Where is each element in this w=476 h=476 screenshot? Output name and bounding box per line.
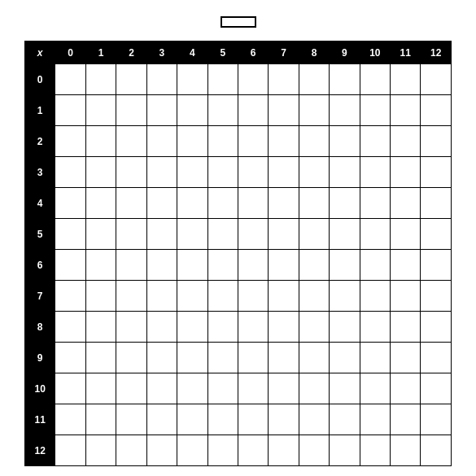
data-cell[interactable] xyxy=(146,126,177,157)
data-cell[interactable] xyxy=(55,343,85,373)
data-cell[interactable] xyxy=(421,95,452,126)
data-cell[interactable] xyxy=(330,404,360,435)
data-cell[interactable] xyxy=(421,250,452,281)
data-cell[interactable] xyxy=(116,281,146,312)
data-cell[interactable] xyxy=(238,126,268,157)
data-cell[interactable] xyxy=(330,435,360,466)
data-cell[interactable] xyxy=(207,404,238,435)
data-cell[interactable] xyxy=(207,64,238,95)
data-cell[interactable] xyxy=(269,404,299,435)
data-cell[interactable] xyxy=(360,312,390,343)
data-cell[interactable] xyxy=(146,157,177,188)
data-cell[interactable] xyxy=(421,64,452,95)
data-cell[interactable] xyxy=(146,404,177,435)
data-cell[interactable] xyxy=(177,64,207,95)
data-cell[interactable] xyxy=(299,281,329,312)
data-cell[interactable] xyxy=(55,95,85,126)
data-cell[interactable] xyxy=(146,250,177,281)
data-cell[interactable] xyxy=(146,281,177,312)
data-cell[interactable] xyxy=(299,404,329,435)
data-cell[interactable] xyxy=(146,312,177,343)
data-cell[interactable] xyxy=(146,95,177,126)
data-cell[interactable] xyxy=(421,219,452,250)
data-cell[interactable] xyxy=(330,281,360,312)
data-cell[interactable] xyxy=(85,343,116,373)
data-cell[interactable] xyxy=(207,95,238,126)
data-cell[interactable] xyxy=(391,95,421,126)
data-cell[interactable] xyxy=(299,188,329,219)
data-cell[interactable] xyxy=(177,404,207,435)
data-cell[interactable] xyxy=(238,250,268,281)
data-cell[interactable] xyxy=(116,404,146,435)
data-cell[interactable] xyxy=(85,312,116,343)
data-cell[interactable] xyxy=(207,281,238,312)
data-cell[interactable] xyxy=(391,373,421,404)
data-cell[interactable] xyxy=(207,373,238,404)
data-cell[interactable] xyxy=(330,95,360,126)
data-cell[interactable] xyxy=(421,157,452,188)
data-cell[interactable] xyxy=(360,219,390,250)
data-cell[interactable] xyxy=(421,404,452,435)
data-cell[interactable] xyxy=(55,64,85,95)
data-cell[interactable] xyxy=(330,343,360,373)
data-cell[interactable] xyxy=(116,312,146,343)
data-cell[interactable] xyxy=(207,343,238,373)
data-cell[interactable] xyxy=(238,64,268,95)
data-cell[interactable] xyxy=(330,188,360,219)
data-cell[interactable] xyxy=(238,95,268,126)
data-cell[interactable] xyxy=(146,219,177,250)
data-cell[interactable] xyxy=(360,126,390,157)
data-cell[interactable] xyxy=(360,281,390,312)
data-cell[interactable] xyxy=(177,373,207,404)
data-cell[interactable] xyxy=(299,95,329,126)
data-cell[interactable] xyxy=(391,64,421,95)
data-cell[interactable] xyxy=(146,373,177,404)
data-cell[interactable] xyxy=(330,312,360,343)
data-cell[interactable] xyxy=(55,188,85,219)
data-cell[interactable] xyxy=(55,157,85,188)
data-cell[interactable] xyxy=(85,404,116,435)
data-cell[interactable] xyxy=(177,219,207,250)
data-cell[interactable] xyxy=(330,219,360,250)
data-cell[interactable] xyxy=(330,64,360,95)
data-cell[interactable] xyxy=(391,126,421,157)
data-cell[interactable] xyxy=(238,281,268,312)
data-cell[interactable] xyxy=(421,312,452,343)
data-cell[interactable] xyxy=(391,157,421,188)
data-cell[interactable] xyxy=(421,281,452,312)
data-cell[interactable] xyxy=(116,188,146,219)
data-cell[interactable] xyxy=(238,343,268,373)
data-cell[interactable] xyxy=(299,250,329,281)
data-cell[interactable] xyxy=(85,157,116,188)
data-cell[interactable] xyxy=(269,250,299,281)
data-cell[interactable] xyxy=(85,188,116,219)
data-cell[interactable] xyxy=(330,126,360,157)
data-cell[interactable] xyxy=(177,95,207,126)
data-cell[interactable] xyxy=(299,219,329,250)
data-cell[interactable] xyxy=(269,126,299,157)
data-cell[interactable] xyxy=(391,250,421,281)
data-cell[interactable] xyxy=(269,157,299,188)
data-cell[interactable] xyxy=(177,188,207,219)
data-cell[interactable] xyxy=(238,312,268,343)
data-cell[interactable] xyxy=(360,188,390,219)
data-cell[interactable] xyxy=(421,435,452,466)
data-cell[interactable] xyxy=(330,157,360,188)
data-cell[interactable] xyxy=(177,312,207,343)
data-cell[interactable] xyxy=(116,435,146,466)
data-cell[interactable] xyxy=(299,435,329,466)
data-cell[interactable] xyxy=(207,250,238,281)
data-cell[interactable] xyxy=(360,157,390,188)
data-cell[interactable] xyxy=(330,250,360,281)
data-cell[interactable] xyxy=(269,312,299,343)
data-cell[interactable] xyxy=(269,95,299,126)
data-cell[interactable] xyxy=(360,250,390,281)
data-cell[interactable] xyxy=(207,312,238,343)
data-cell[interactable] xyxy=(55,126,85,157)
data-cell[interactable] xyxy=(207,188,238,219)
data-cell[interactable] xyxy=(421,343,452,373)
data-cell[interactable] xyxy=(116,250,146,281)
data-cell[interactable] xyxy=(116,219,146,250)
data-cell[interactable] xyxy=(330,373,360,404)
data-cell[interactable] xyxy=(85,281,116,312)
